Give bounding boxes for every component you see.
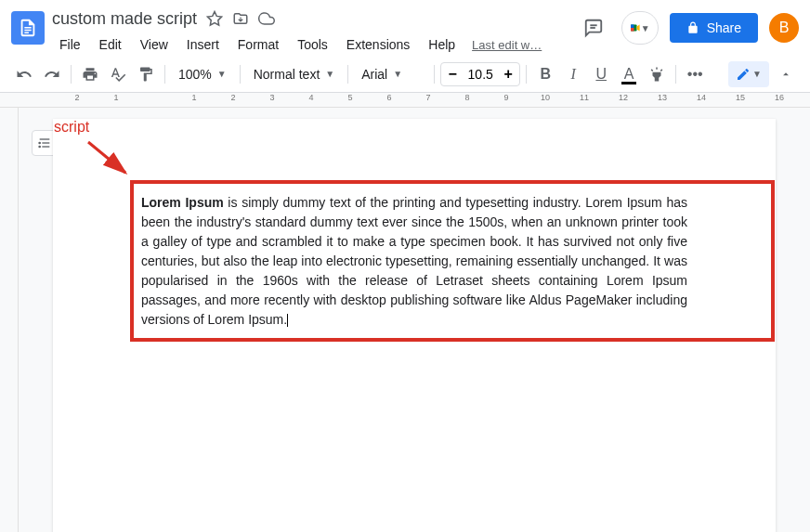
menu-file[interactable]: File: [52, 33, 88, 56]
title-area: custom made script File Edit View Insert…: [52, 7, 569, 56]
bold-button[interactable]: B: [532, 61, 558, 87]
bold-text: Lorem Ipsum: [141, 195, 224, 210]
font-size-decrease[interactable]: −: [441, 63, 464, 85]
cloud-status-icon[interactable]: [258, 10, 275, 27]
svg-rect-3: [631, 24, 634, 28]
header-bar: custom made script File Edit View Insert…: [0, 0, 810, 56]
docs-logo[interactable]: [11, 11, 45, 45]
text-cursor: [287, 314, 288, 327]
redo-button[interactable]: [39, 61, 65, 87]
svg-rect-4: [631, 28, 634, 32]
menu-format[interactable]: Format: [230, 33, 286, 56]
user-avatar[interactable]: B: [769, 13, 799, 43]
share-button-label: Share: [707, 20, 741, 35]
horizontal-ruler[interactable]: 21123456789101112131415161718: [0, 93, 810, 108]
menu-bar: File Edit View Insert Format Tools Exten…: [52, 33, 569, 56]
undo-button[interactable]: [11, 61, 37, 87]
workspace: Lorem Ipsum is simply dummy text of the …: [0, 108, 810, 532]
italic-button[interactable]: I: [560, 61, 586, 87]
menu-view[interactable]: View: [133, 33, 176, 56]
menu-edit[interactable]: Edit: [92, 33, 129, 56]
paint-format-button[interactable]: [133, 61, 159, 87]
toolbar: 100%▼ Normal text▼ Arial▼ − + B I U A ••…: [0, 56, 810, 93]
style-dropdown[interactable]: Normal text▼: [246, 63, 342, 85]
move-icon[interactable]: [232, 10, 249, 27]
underline-button[interactable]: U: [588, 61, 614, 87]
vertical-ruler[interactable]: [0, 108, 19, 532]
text-color-button[interactable]: A: [616, 61, 642, 87]
menu-help[interactable]: Help: [421, 33, 463, 56]
spellcheck-button[interactable]: [105, 61, 131, 87]
collapse-toolbar-button[interactable]: [773, 61, 799, 87]
document-title[interactable]: custom made script: [52, 9, 197, 29]
star-icon[interactable]: [206, 10, 223, 27]
font-size-increase[interactable]: +: [497, 63, 519, 85]
highlight-button[interactable]: [644, 61, 670, 87]
print-button[interactable]: [77, 61, 103, 87]
comments-icon[interactable]: [577, 11, 610, 45]
zoom-dropdown[interactable]: 100%▼: [171, 63, 234, 85]
font-dropdown[interactable]: Arial▼: [354, 63, 428, 85]
font-size-group: − +: [440, 62, 520, 86]
page[interactable]: Lorem Ipsum is simply dummy text of the …: [53, 119, 776, 532]
menu-insert[interactable]: Insert: [179, 33, 227, 56]
font-size-input[interactable]: [464, 67, 497, 82]
more-button[interactable]: •••: [682, 61, 708, 87]
document-area[interactable]: Lorem Ipsum is simply dummy text of the …: [19, 108, 810, 532]
menu-extensions[interactable]: Extensions: [339, 33, 417, 56]
body-text: is simply dummy text of the printing and…: [141, 195, 687, 327]
last-edit-link[interactable]: Last edit w…: [472, 38, 542, 52]
document-paragraph[interactable]: Lorem Ipsum is simply dummy text of the …: [141, 193, 687, 330]
menu-tools[interactable]: Tools: [290, 33, 335, 56]
editing-mode-button[interactable]: ▼: [728, 61, 769, 87]
share-button[interactable]: Share: [670, 13, 758, 43]
meet-icon[interactable]: ▼: [621, 11, 659, 45]
